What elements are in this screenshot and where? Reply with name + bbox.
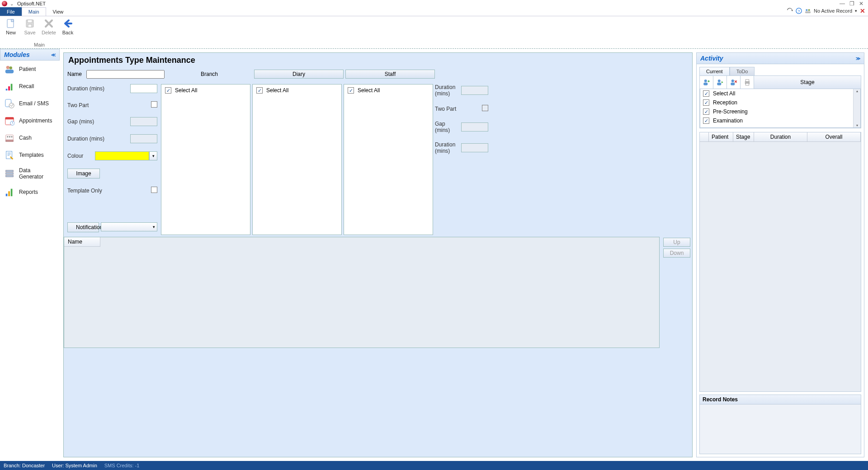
label-duration-right: Duration (mins) <box>435 84 461 97</box>
collapse-activity-icon[interactable]: ≫ <box>856 56 860 61</box>
stage-select-all-checkbox[interactable]: ✓ <box>703 90 709 97</box>
diary-header[interactable]: Diary <box>254 70 344 79</box>
sync-icon[interactable] <box>787 8 793 14</box>
back-label: Back <box>62 30 73 35</box>
record-notes-body[interactable] <box>699 404 861 454</box>
template-only-checkbox[interactable] <box>151 187 157 193</box>
save-button[interactable]: Save <box>21 17 39 35</box>
staff-header[interactable]: Staff <box>345 70 435 79</box>
module-cash[interactable]: Cash <box>0 129 60 146</box>
svg-rect-28 <box>6 173 14 174</box>
status-bar: Branch: Doncaster User: System Admin SMS… <box>0 461 868 470</box>
name-input[interactable] <box>86 70 165 79</box>
tab-main[interactable]: Main <box>22 7 46 16</box>
stage-examination-checkbox[interactable]: ✓ <box>703 118 709 124</box>
svg-point-10 <box>6 66 9 69</box>
collapse-modules-icon[interactable]: ≪ <box>51 52 56 57</box>
add-user-button[interactable] <box>700 76 713 89</box>
gap-right-input[interactable] <box>461 122 488 132</box>
svg-rect-38 <box>731 83 735 85</box>
up-button[interactable]: Up <box>663 238 690 247</box>
svg-rect-12 <box>5 70 14 73</box>
restore-button[interactable]: ❐ <box>849 0 854 7</box>
tab-file[interactable]: File <box>0 7 22 16</box>
svg-point-35 <box>717 80 720 82</box>
delete-button[interactable]: Delete <box>40 17 58 35</box>
module-patient[interactable]: Patient <box>0 61 60 78</box>
svg-rect-9 <box>28 24 32 27</box>
svg-rect-8 <box>28 20 32 23</box>
module-templates[interactable]: Templates <box>0 146 60 164</box>
two-part-right-checkbox[interactable] <box>482 105 488 111</box>
remove-user-button[interactable] <box>727 76 741 89</box>
svg-rect-23 <box>7 136 9 137</box>
stage-scrollbar[interactable]: ▴▾ <box>853 89 860 127</box>
reports-icon <box>5 187 14 197</box>
module-email-sms[interactable]: Email / SMS <box>0 95 60 112</box>
active-record-dropdown-icon[interactable]: ▾ <box>855 9 857 13</box>
label-duration2-left: Duration (mins) <box>67 136 108 142</box>
new-button[interactable]: New <box>2 17 20 35</box>
status-user: User: System Admin <box>52 463 97 468</box>
group-icon[interactable] <box>805 8 811 14</box>
activity-title: Activity <box>700 55 723 62</box>
new-icon <box>5 18 16 29</box>
qat-dropdown-icon[interactable]: ⌄ <box>10 1 14 6</box>
branch-select-all-checkbox[interactable]: ✓ <box>165 87 171 94</box>
down-button[interactable]: Down <box>663 249 690 258</box>
duration-left-input[interactable] <box>130 84 157 93</box>
svg-rect-29 <box>6 175 14 177</box>
app-orb-icon[interactable] <box>2 1 7 6</box>
label-two-part-left: Two Part <box>67 102 108 108</box>
notification-dropdown[interactable]: ▾ <box>101 222 157 231</box>
tab-current[interactable]: Current <box>699 67 730 75</box>
modules-header[interactable]: Modules ≪ <box>0 49 60 61</box>
diary-select-all-checkbox[interactable]: ✓ <box>256 87 263 94</box>
close-window-button[interactable]: ✕ <box>859 0 863 7</box>
ribbon-body: New Save Delete Back Main <box>0 16 868 49</box>
svg-rect-36 <box>717 83 721 85</box>
print-button[interactable] <box>741 76 754 89</box>
label-duration-left: Duration (mins) <box>67 85 108 92</box>
duration-right-input[interactable] <box>461 86 488 95</box>
ribbon-status: ? No Active Record ▾ ✕ <box>787 7 865 14</box>
label-duration2-right: Duration (mins) <box>435 141 461 154</box>
active-record-label[interactable]: No Active Record <box>814 8 852 14</box>
module-label: Email / SMS <box>19 100 49 107</box>
notification-list-grid[interactable]: Name <box>64 237 660 348</box>
col-name-header: Name <box>64 237 100 247</box>
colour-dropdown-button[interactable]: ▾ <box>149 151 157 160</box>
stage-reception-checkbox[interactable]: ✓ <box>703 99 709 106</box>
duration2-left-input[interactable] <box>130 134 157 143</box>
image-button[interactable]: Image <box>67 169 100 179</box>
module-reports[interactable]: Reports <box>0 183 60 201</box>
form-title: Appointments Type Maintenance <box>64 53 692 70</box>
next-user-button[interactable] <box>713 76 727 89</box>
stage-item-label: Reception <box>713 99 737 106</box>
module-appointments[interactable]: Appointments <box>0 112 60 129</box>
stage-prescreening-checkbox[interactable]: ✓ <box>703 108 709 115</box>
gap-left-input[interactable] <box>130 117 157 126</box>
duration2-right-input[interactable] <box>461 143 488 152</box>
save-label: Save <box>24 30 35 35</box>
tab-view[interactable]: View <box>46 7 71 16</box>
back-button[interactable]: Back <box>59 17 77 35</box>
tab-todo[interactable]: ToDo <box>730 67 755 75</box>
activity-header[interactable]: Activity ≫ <box>696 52 864 64</box>
record-notes-header: Record Notes <box>699 395 861 404</box>
two-part-left-checkbox[interactable] <box>151 101 157 108</box>
staff-select-all-checkbox[interactable]: ✓ <box>348 87 354 94</box>
stage-dropdown[interactable]: Stage <box>754 76 861 89</box>
ribbon-tabs: File Main View ? No Active Record ▾ ✕ <box>0 7 868 16</box>
minimize-button[interactable]: — <box>840 0 845 7</box>
module-data-generator[interactable]: Data Generator <box>0 164 60 183</box>
activity-grid[interactable]: Patient Stage Duration Overall <box>699 132 861 392</box>
clear-active-record-button[interactable]: ✕ <box>860 7 865 14</box>
colour-swatch[interactable] <box>95 151 149 160</box>
help-icon[interactable]: ? <box>796 8 802 14</box>
data-generator-icon <box>5 169 14 179</box>
svg-point-3 <box>808 9 810 11</box>
module-recall[interactable]: Recall <box>0 78 60 95</box>
notification-button[interactable]: Notification <box>67 222 99 232</box>
patient-icon <box>5 64 14 74</box>
